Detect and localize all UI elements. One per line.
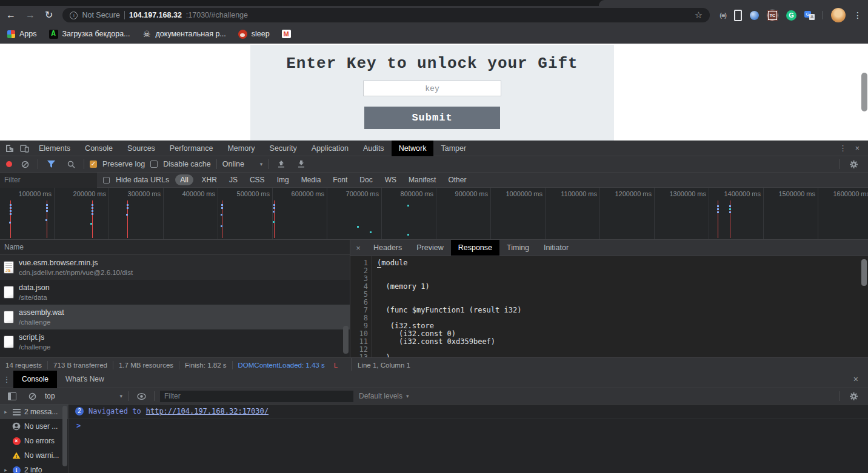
submit-button[interactable]: Submit bbox=[364, 107, 500, 129]
extension-phone-icon[interactable] bbox=[734, 10, 742, 21]
disable-cache-checkbox[interactable] bbox=[150, 160, 158, 168]
console-filter-input[interactable] bbox=[160, 391, 353, 402]
filter-type-doc[interactable]: Doc bbox=[356, 174, 376, 185]
network-filter-input[interactable] bbox=[0, 173, 97, 188]
bookmark-item[interactable]: M bbox=[282, 30, 291, 38]
request-row[interactable]: data.json/site/data bbox=[0, 280, 350, 305]
response-tab-initiator[interactable]: Initiator bbox=[536, 240, 576, 256]
extension-grammarly-icon[interactable]: G bbox=[786, 10, 796, 21]
response-tab-preview[interactable]: Preview bbox=[409, 240, 450, 256]
filter-type-css[interactable]: CSS bbox=[246, 174, 269, 185]
response-code-area[interactable]: 12345678910111213 (module (memory 1) (fu… bbox=[350, 256, 868, 357]
code-scrollbar[interactable] bbox=[861, 259, 867, 286]
tab-network[interactable]: Network bbox=[392, 141, 434, 156]
export-har-icon[interactable] bbox=[294, 157, 309, 171]
filter-type-other[interactable]: Other bbox=[444, 174, 470, 185]
console-tab-what-s-new[interactable]: What's New bbox=[57, 371, 113, 388]
site-info-icon[interactable]: i bbox=[70, 12, 78, 19]
device-toolbar-icon[interactable] bbox=[17, 142, 32, 155]
tab-audits[interactable]: Audits bbox=[356, 141, 392, 156]
status-domcontentloaded: DOMContentLoaded: 1.43 s bbox=[233, 361, 330, 369]
filter-type-js[interactable]: JS bbox=[225, 174, 241, 185]
hide-data-urls-checkbox[interactable] bbox=[103, 177, 110, 184]
tab-application[interactable]: Application bbox=[304, 141, 356, 156]
filter-type-img[interactable]: Img bbox=[273, 174, 293, 185]
tab-performance[interactable]: Performance bbox=[162, 141, 221, 156]
filter-type-ws[interactable]: WS bbox=[381, 174, 400, 185]
console-sidebar-item[interactable]: ×No errors bbox=[0, 434, 68, 448]
extension-blue-circle-icon[interactable] bbox=[750, 11, 759, 20]
bookmark-item[interactable]: Apps bbox=[7, 30, 37, 38]
back-icon[interactable]: ← bbox=[6, 10, 16, 20]
browser-menu-icon[interactable]: ⋮ bbox=[853, 10, 862, 20]
devtools-menu-icon[interactable]: ⋮ bbox=[839, 144, 847, 153]
key-input[interactable] bbox=[363, 81, 501, 96]
request-row[interactable]: assembly.wat/challenge bbox=[0, 305, 350, 329]
expand-arrow-icon[interactable]: ▸ bbox=[3, 467, 8, 473]
console-sidebar-item[interactable]: !No warni... bbox=[0, 448, 68, 463]
close-detail-icon[interactable]: × bbox=[350, 243, 366, 253]
console-sidebar-item[interactable]: ▸i2 info bbox=[0, 463, 68, 473]
tab-tamper[interactable]: Tamper bbox=[433, 141, 473, 156]
console-prompt[interactable]: > bbox=[68, 418, 868, 430]
response-tab-timing[interactable]: Timing bbox=[499, 240, 536, 256]
filter-type-manifest[interactable]: Manifest bbox=[405, 174, 439, 185]
request-row[interactable]: vue.esm.browser.min.jscdn.jsdelivr.net/n… bbox=[0, 255, 350, 280]
preserve-log-checkbox[interactable]: ✓ bbox=[90, 160, 97, 168]
filter-type-xhr[interactable]: XHR bbox=[198, 174, 221, 185]
console-settings-gear-icon[interactable] bbox=[846, 389, 861, 403]
request-row[interactable]: script.js/challenge bbox=[0, 329, 350, 354]
search-icon[interactable] bbox=[64, 157, 78, 171]
profile-avatar[interactable] bbox=[831, 8, 846, 22]
page-scrollbar[interactable] bbox=[861, 73, 867, 111]
clear-icon[interactable] bbox=[18, 157, 32, 171]
drawer-menu-icon[interactable]: ⋮ bbox=[0, 375, 13, 384]
forward-icon[interactable]: → bbox=[25, 10, 35, 20]
timeline-request-dot bbox=[92, 207, 93, 209]
response-tab-headers[interactable]: Headers bbox=[366, 240, 409, 256]
drawer-close-icon[interactable]: × bbox=[853, 374, 868, 384]
console-sidebar-toggle-icon[interactable] bbox=[5, 389, 19, 403]
bookmark-item[interactable]: AЗагрузка бекдора... bbox=[49, 30, 130, 39]
console-sidebar-scrollbar[interactable] bbox=[62, 406, 67, 466]
import-har-icon[interactable] bbox=[274, 157, 289, 171]
filter-type-media[interactable]: Media bbox=[298, 174, 325, 185]
extension-translate-icon[interactable]: GA bbox=[804, 11, 815, 20]
tab-security[interactable]: Security bbox=[262, 141, 304, 156]
timeline-section: 800000 ms bbox=[382, 188, 436, 239]
expand-arrow-icon[interactable]: ▸ bbox=[3, 409, 8, 415]
reload-icon[interactable]: ↻ bbox=[45, 10, 53, 20]
response-tab-response[interactable]: Response bbox=[451, 240, 499, 256]
devtools-close-icon[interactable]: × bbox=[855, 144, 860, 153]
console-sidebar-item[interactable]: ▸2 messa... bbox=[0, 405, 68, 419]
console-sidebar-item[interactable]: No user ... bbox=[0, 419, 68, 434]
console-message[interactable]: 2 Navigated to http://104.197.168.32:170… bbox=[68, 405, 868, 418]
execution-context-dropdown[interactable]: top ▾ bbox=[45, 392, 122, 400]
filter-type-all[interactable]: All bbox=[175, 174, 193, 185]
tab-memory[interactable]: Memory bbox=[220, 141, 262, 156]
record-icon[interactable] bbox=[6, 161, 12, 167]
extension-tc-icon[interactable]: TC bbox=[767, 10, 778, 21]
tab-elements[interactable]: Elements bbox=[32, 141, 78, 156]
request-list-header[interactable]: Name bbox=[0, 240, 350, 255]
bookmark-item[interactable]: ☠документальная р... bbox=[142, 30, 226, 39]
active-browser-tab[interactable] bbox=[599, 0, 868, 6]
tab-console[interactable]: Console bbox=[78, 141, 120, 156]
bookmark-item[interactable]: sleep bbox=[238, 30, 270, 39]
console-tab-console[interactable]: Console bbox=[13, 371, 57, 388]
settings-gear-icon[interactable] bbox=[846, 157, 861, 171]
log-levels-dropdown[interactable]: Default levels ▾ bbox=[359, 392, 409, 400]
url-bar[interactable]: i Not Secure 104.197.168.32 :17030/#chal… bbox=[62, 8, 710, 22]
filter-type-font[interactable]: Font bbox=[329, 174, 351, 185]
tab-sources[interactable]: Sources bbox=[120, 141, 162, 156]
throttling-dropdown[interactable]: Online ▾ bbox=[222, 160, 263, 168]
network-overview-timeline[interactable]: 100000 ms200000 ms300000 ms400000 ms5000… bbox=[0, 188, 868, 240]
inspect-element-icon[interactable] bbox=[2, 142, 17, 155]
console-clear-icon[interactable] bbox=[25, 389, 39, 403]
message-link[interactable]: http://104.197.168.32:17030/ bbox=[146, 407, 269, 415]
request-list-scrollbar[interactable] bbox=[343, 326, 349, 354]
extension-paren-icon[interactable]: (≡) bbox=[719, 12, 726, 19]
live-expression-eye-icon[interactable] bbox=[134, 389, 149, 403]
bookmark-star-icon[interactable]: ☆ bbox=[695, 10, 703, 21]
filter-funnel-icon[interactable] bbox=[44, 157, 58, 171]
